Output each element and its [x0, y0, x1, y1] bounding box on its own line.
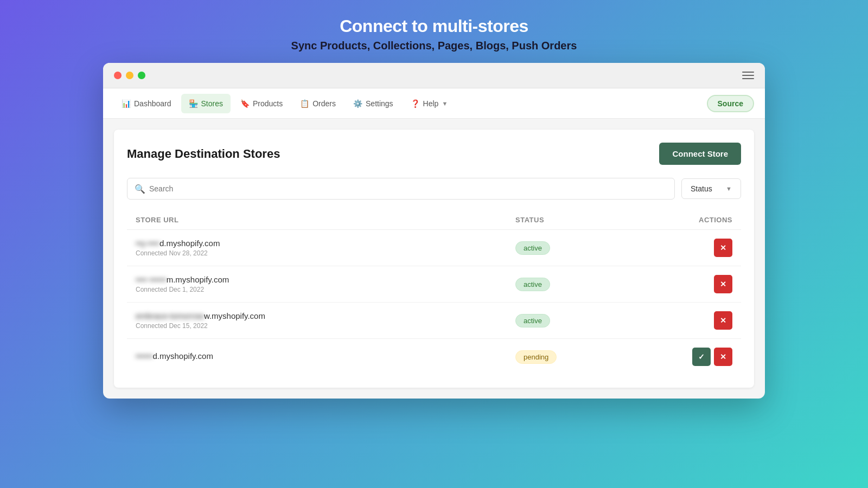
hero-title: Connect to multi-stores: [291, 16, 577, 36]
store-connected-date: Connected Nov 28, 2022: [136, 249, 515, 257]
delete-store-button[interactable]: ✕: [714, 348, 732, 366]
status-cell: active: [515, 314, 624, 328]
products-icon: 🔖: [240, 99, 250, 108]
status-filter-dropdown[interactable]: Status ▼: [681, 178, 741, 199]
store-connected-date: Connected Dec 1, 2022: [136, 286, 515, 293]
store-url-cell: embrace-tomorroww.myshopify.com Connecte…: [136, 311, 515, 330]
status-badge: active: [515, 278, 550, 291]
store-url: embrace-tomorroww.myshopify.com: [136, 311, 515, 320]
orders-label: Orders: [312, 99, 336, 108]
stores-table: Store URL Status Actions ••y-••••d.mysho…: [127, 210, 741, 375]
store-url: •••• ••••••m.myshopify.com: [136, 275, 515, 284]
sidebar-item-orders[interactable]: 📋 Orders: [292, 94, 343, 113]
table-row: •••• ••••••m.myshopify.com Connected Dec…: [127, 266, 741, 303]
window-controls: [114, 72, 145, 79]
delete-store-button[interactable]: ✕: [714, 239, 732, 257]
connect-store-button[interactable]: Connect Store: [659, 143, 741, 165]
main-content: Manage Destination Stores Connect Store …: [114, 130, 754, 388]
page-header: Connect to multi-stores Sync Products, C…: [291, 0, 577, 63]
column-header-status: Status: [515, 216, 624, 224]
app-window: 📊 Dashboard 🏪 Stores 🔖 Products 📋 Orders…: [103, 63, 765, 399]
minimize-button[interactable]: [126, 72, 133, 79]
nav-bar: 📊 Dashboard 🏪 Stores 🔖 Products 📋 Orders…: [103, 88, 765, 119]
status-filter-label: Status: [691, 184, 712, 193]
store-url-cell: ••y-••••d.myshopify.com Connected Nov 28…: [136, 239, 515, 257]
status-badge: active: [515, 241, 550, 255]
settings-icon: ⚙️: [353, 99, 362, 108]
delete-store-button[interactable]: ✕: [714, 275, 732, 293]
chevron-down-icon: ▼: [726, 185, 732, 192]
store-url: ••y-••••d.myshopify.com: [136, 239, 515, 248]
table-row: ••••••d.myshopify.com pending ✓ ✕: [127, 339, 741, 375]
sidebar-item-help[interactable]: ❓ Help ▼: [403, 94, 456, 113]
dashboard-icon: 📊: [122, 99, 131, 108]
store-url: ••••••d.myshopify.com: [136, 351, 515, 361]
table-row: ••y-••••d.myshopify.com Connected Nov 28…: [127, 230, 741, 266]
hero-subtitle: Sync Products, Collections, Pages, Blogs…: [291, 40, 577, 52]
column-header-url: Store URL: [136, 216, 515, 224]
actions-cell: ✓ ✕: [624, 348, 732, 366]
sidebar-item-stores[interactable]: 🏪 Stores: [181, 94, 231, 113]
products-label: Products: [253, 99, 283, 108]
source-button[interactable]: Source: [707, 95, 754, 112]
search-icon: 🔍: [135, 184, 145, 194]
status-cell: pending: [515, 350, 624, 364]
column-header-actions: Actions: [624, 216, 732, 224]
status-cell: active: [515, 278, 624, 291]
table-header: Store URL Status Actions: [127, 210, 741, 230]
store-url-cell: •••• ••••••m.myshopify.com Connected Dec…: [136, 275, 515, 293]
status-badge: pending: [515, 350, 557, 364]
hamburger-menu-button[interactable]: [742, 72, 754, 79]
delete-store-button[interactable]: ✕: [714, 311, 732, 330]
table-row: embrace-tomorroww.myshopify.com Connecte…: [127, 303, 741, 339]
search-wrapper: 🔍: [127, 178, 675, 200]
store-connected-date: Connected Dec 15, 2022: [136, 322, 515, 330]
settings-label: Settings: [366, 99, 393, 108]
status-cell: active: [515, 241, 624, 255]
orders-icon: 📋: [300, 99, 309, 108]
content-header: Manage Destination Stores Connect Store: [127, 143, 741, 165]
stores-label: Stores: [201, 99, 223, 108]
close-button[interactable]: [114, 72, 122, 79]
search-row: 🔍 Status ▼: [127, 178, 741, 200]
title-bar: [103, 63, 765, 88]
maximize-button[interactable]: [138, 72, 145, 79]
help-label: Help: [423, 99, 439, 108]
sidebar-item-products[interactable]: 🔖 Products: [233, 94, 290, 113]
actions-cell: ✕: [624, 311, 732, 330]
help-icon: ❓: [411, 99, 420, 108]
status-badge: active: [515, 314, 550, 328]
sidebar-item-settings[interactable]: ⚙️ Settings: [346, 94, 401, 113]
actions-cell: ✕: [624, 239, 732, 257]
stores-icon: 🏪: [189, 99, 198, 108]
store-url-cell: ••••••d.myshopify.com: [136, 351, 515, 362]
search-input[interactable]: [127, 178, 675, 200]
chevron-down-icon: ▼: [442, 100, 448, 107]
sidebar-item-dashboard[interactable]: 📊 Dashboard: [114, 94, 179, 113]
dashboard-label: Dashboard: [134, 99, 171, 108]
confirm-store-button[interactable]: ✓: [692, 348, 711, 366]
nav-items: 📊 Dashboard 🏪 Stores 🔖 Products 📋 Orders…: [114, 88, 455, 118]
actions-cell: ✕: [624, 275, 732, 293]
page-title: Manage Destination Stores: [127, 147, 280, 161]
